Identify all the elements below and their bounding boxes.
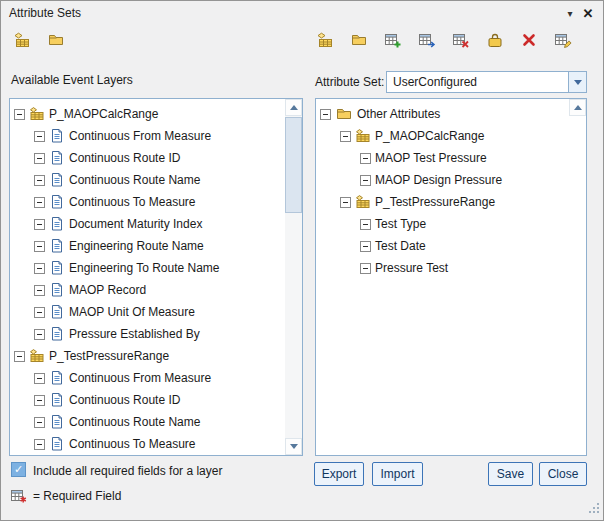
tree-item-label: Engineering Route Name xyxy=(69,239,204,253)
scroll-up-icon[interactable] xyxy=(569,99,586,116)
tree-expander-icon[interactable] xyxy=(14,109,25,120)
doc-icon xyxy=(49,150,65,166)
scrollbar-thumb[interactable] xyxy=(285,117,302,213)
tree-item[interactable]: Engineering Route Name xyxy=(10,235,285,257)
tree-expander-icon[interactable] xyxy=(34,153,45,164)
import-field-icon[interactable] xyxy=(417,30,437,50)
tree-expander-icon[interactable] xyxy=(320,109,331,120)
tree-item-label: MAOP Unit Of Measure xyxy=(69,305,195,319)
tree-item[interactable]: Continuous To Measure xyxy=(10,191,285,213)
tree-expander-icon[interactable] xyxy=(34,175,45,186)
tree-expander-icon[interactable] xyxy=(14,351,25,362)
add-event-layer-icon[interactable] xyxy=(12,30,32,50)
doc-icon xyxy=(49,216,65,232)
tree-item[interactable]: Test Date xyxy=(316,235,569,257)
tree-expander-icon[interactable] xyxy=(360,219,371,230)
tree-item-label: Other Attributes xyxy=(357,107,440,121)
available-layers-panel: P_MAOPCalcRangeContinuous From MeasureCo… xyxy=(9,98,303,456)
doc-icon xyxy=(49,304,65,320)
tree-expander-icon[interactable] xyxy=(360,153,371,164)
tree-expander-icon[interactable] xyxy=(34,219,45,230)
tree-expander-icon[interactable] xyxy=(34,307,45,318)
tree-item[interactable]: P_TestPressureRange xyxy=(10,345,285,367)
doc-icon xyxy=(49,238,65,254)
tree-expander-icon[interactable] xyxy=(360,175,371,186)
tree-item-label: Pressure Established By xyxy=(69,327,200,341)
tree-item[interactable]: Pressure Established By xyxy=(10,323,285,345)
tree-item[interactable]: MAOP Test Pressure xyxy=(316,147,569,169)
tree-item-label: P_TestPressureRange xyxy=(375,195,495,209)
tree-item[interactable]: Continuous From Measure xyxy=(10,367,285,389)
tree-item[interactable]: Other Attributes xyxy=(316,103,569,125)
tree-expander-icon[interactable] xyxy=(34,197,45,208)
remove-field-icon[interactable] xyxy=(451,30,471,50)
open-event-layer-folder-icon[interactable] xyxy=(46,30,66,50)
tree-item[interactable]: Continuous Route ID xyxy=(10,389,285,411)
left-tree-scrollbar[interactable] xyxy=(285,99,302,455)
doc-icon xyxy=(49,392,65,408)
tree-item-label: Continuous Route Name xyxy=(69,415,200,429)
tree-expander-icon[interactable] xyxy=(34,285,45,296)
tree-item[interactable]: Continuous From Measure xyxy=(10,125,285,147)
new-attribute-set-icon[interactable] xyxy=(315,30,335,50)
tree-expander-icon[interactable] xyxy=(34,131,45,142)
close-button[interactable]: Close xyxy=(539,462,587,486)
tree-expander-icon[interactable] xyxy=(34,439,45,450)
combo-dropdown-icon[interactable] xyxy=(568,72,586,92)
delete-attribute-set-icon[interactable] xyxy=(519,30,539,50)
attribute-set-combobox[interactable]: UserConfigured xyxy=(386,71,587,93)
save-attribute-set-icon[interactable] xyxy=(485,30,505,50)
tree-expander-icon[interactable] xyxy=(34,329,45,340)
tree-item-label: Engineering To Route Name xyxy=(69,261,220,275)
required-field-legend: = Required Field xyxy=(10,487,121,505)
tree-item[interactable]: Test Type xyxy=(316,213,569,235)
window-close-icon[interactable]: ✕ xyxy=(579,4,597,22)
scroll-up-icon[interactable] xyxy=(285,99,302,116)
tree-item-label: Test Type xyxy=(375,217,426,231)
window-menu-icon[interactable]: ▾ xyxy=(561,4,579,22)
tree-item[interactable]: Continuous Route Name xyxy=(10,411,285,433)
export-button[interactable]: Export xyxy=(314,462,364,486)
layer-icon xyxy=(355,194,371,210)
scroll-down-icon[interactable] xyxy=(285,438,302,455)
open-attribute-set-folder-icon[interactable] xyxy=(349,30,369,50)
required-field-icon xyxy=(10,487,28,505)
attribute-set-value: UserConfigured xyxy=(387,72,568,92)
tree-expander-icon[interactable] xyxy=(34,417,45,428)
tree-item[interactable]: Continuous Route ID xyxy=(10,147,285,169)
titlebar: Attribute Sets ▾ ✕ xyxy=(1,1,603,25)
edit-attribute-set-icon[interactable] xyxy=(553,30,573,50)
tree-item[interactable]: Document Maturity Index xyxy=(10,213,285,235)
add-field-icon[interactable] xyxy=(383,30,403,50)
tree-expander-icon[interactable] xyxy=(34,395,45,406)
tree-expander-icon[interactable] xyxy=(34,263,45,274)
attribute-set-tree: Other AttributesP_MAOPCalcRangeMAOP Test… xyxy=(316,103,569,455)
tree-item[interactable]: P_TestPressureRange xyxy=(316,191,569,213)
attribute-sets-dialog: Attribute Sets ▾ ✕ Available Event Layer… xyxy=(0,0,604,521)
tree-item[interactable]: Continuous Route Name xyxy=(10,169,285,191)
tree-item-label: Continuous Route ID xyxy=(69,151,180,165)
include-required-fields-checkbox[interactable]: ✓ xyxy=(11,462,26,477)
tree-item-label: P_MAOPCalcRange xyxy=(49,107,158,121)
tree-item-label: Pressure Test xyxy=(375,261,448,275)
tree-item-label: Continuous Route ID xyxy=(69,393,180,407)
doc-icon xyxy=(49,436,65,452)
tree-item[interactable]: MAOP Record xyxy=(10,279,285,301)
tree-item[interactable]: MAOP Design Pressure xyxy=(316,169,569,191)
save-button[interactable]: Save xyxy=(488,462,533,486)
import-button[interactable]: Import xyxy=(372,462,423,486)
tree-item[interactable]: MAOP Unit Of Measure xyxy=(10,301,285,323)
tree-expander-icon[interactable] xyxy=(360,241,371,252)
tree-item[interactable]: P_MAOPCalcRange xyxy=(10,103,285,125)
tree-expander-icon[interactable] xyxy=(34,373,45,384)
tree-item[interactable]: Continuous To Measure xyxy=(10,433,285,455)
tree-item[interactable]: Pressure Test xyxy=(316,257,569,279)
tree-item[interactable]: Engineering To Route Name xyxy=(10,257,285,279)
doc-icon xyxy=(49,194,65,210)
tree-expander-icon[interactable] xyxy=(340,131,351,142)
tree-expander-icon[interactable] xyxy=(340,197,351,208)
resize-grip-icon[interactable] xyxy=(588,502,601,518)
tree-expander-icon[interactable] xyxy=(34,241,45,252)
tree-item[interactable]: P_MAOPCalcRange xyxy=(316,125,569,147)
tree-expander-icon[interactable] xyxy=(360,263,371,274)
